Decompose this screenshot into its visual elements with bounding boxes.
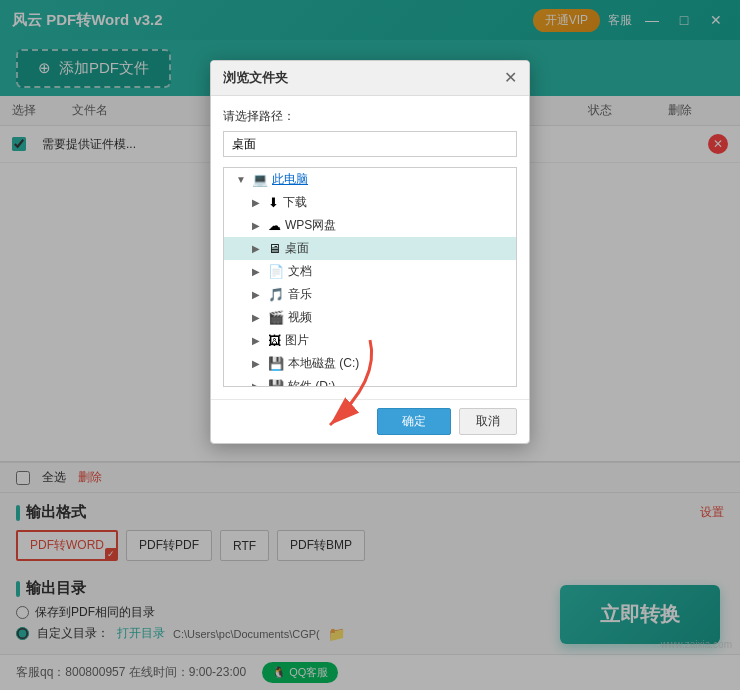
tree-expand-arrow: ▶ xyxy=(252,358,264,369)
tree-item[interactable]: ▶ 💾 本地磁盘 (C:) xyxy=(224,352,516,375)
dialog-path-label: 请选择路径： xyxy=(223,108,517,125)
tree-node-label: 下载 xyxy=(283,194,307,211)
tree-node-label: 图片 xyxy=(285,332,309,349)
dialog-footer: 确定 取消 xyxy=(211,399,529,443)
tree-expand-arrow: ▶ xyxy=(252,266,264,277)
tree-node-label: 文档 xyxy=(288,263,312,280)
tree-node-icon: 🖼 xyxy=(268,333,281,348)
tree-node-label: 本地磁盘 (C:) xyxy=(288,355,359,372)
tree-node-label: 视频 xyxy=(288,309,312,326)
tree-item[interactable]: ▼ 💻 此电脑 xyxy=(224,168,516,191)
tree-expand-arrow: ▼ xyxy=(236,174,248,185)
tree-item[interactable]: ▶ ☁ WPS网盘 xyxy=(224,214,516,237)
tree-item[interactable]: ▶ 🖼 图片 xyxy=(224,329,516,352)
tree-node-icon: 🎬 xyxy=(268,310,284,325)
tree-expand-arrow: ▶ xyxy=(252,312,264,323)
folder-tree[interactable]: ▼ 💻 此电脑 ▶ ⬇ 下载 ▶ ☁ WPS网盘 ▶ 🖥 桌面 ▶ 📄 文档 ▶ xyxy=(223,167,517,387)
tree-node-label: 桌面 xyxy=(285,240,309,257)
tree-item[interactable]: ▶ 💾 软件 (D:) xyxy=(224,375,516,387)
dialog-title: 浏览文件夹 xyxy=(223,69,504,87)
tree-node-label: 软件 (D:) xyxy=(288,378,335,387)
tree-node-icon: 💾 xyxy=(268,356,284,371)
tree-item[interactable]: ▶ ⬇ 下载 xyxy=(224,191,516,214)
tree-expand-arrow: ▶ xyxy=(252,243,264,254)
tree-expand-arrow: ▶ xyxy=(252,335,264,346)
tree-expand-arrow: ▶ xyxy=(252,197,264,208)
dialog-cancel-button[interactable]: 取消 xyxy=(459,408,517,435)
tree-item[interactable]: ▶ 🎬 视频 xyxy=(224,306,516,329)
tree-node-icon: ☁ xyxy=(268,218,281,233)
dialog-path-input[interactable]: 桌面 xyxy=(223,131,517,157)
tree-node-icon: 💻 xyxy=(252,172,268,187)
browse-folder-dialog: 浏览文件夹 ✕ 请选择路径： 桌面 ▼ 💻 此电脑 ▶ ⬇ 下载 ▶ xyxy=(210,60,530,444)
tree-item[interactable]: ▶ 🖥 桌面 xyxy=(224,237,516,260)
tree-node-icon: 📄 xyxy=(268,264,284,279)
tree-item[interactable]: ▶ 📄 文档 xyxy=(224,260,516,283)
dialog-titlebar: 浏览文件夹 ✕ xyxy=(211,61,529,96)
tree-node-label: 此电脑 xyxy=(272,171,308,188)
tree-expand-arrow: ▶ xyxy=(252,381,264,387)
tree-expand-arrow: ▶ xyxy=(252,220,264,231)
tree-node-icon: ⬇ xyxy=(268,195,279,210)
dialog-close-button[interactable]: ✕ xyxy=(504,70,517,86)
tree-node-icon: 💾 xyxy=(268,379,284,387)
tree-node-icon: 🎵 xyxy=(268,287,284,302)
dialog-overlay: 浏览文件夹 ✕ 请选择路径： 桌面 ▼ 💻 此电脑 ▶ ⬇ 下载 ▶ xyxy=(0,0,740,690)
tree-node-label: WPS网盘 xyxy=(285,217,336,234)
tree-item[interactable]: ▶ 🎵 音乐 xyxy=(224,283,516,306)
tree-node-icon: 🖥 xyxy=(268,241,281,256)
app-window: 风云 PDF转Word v3.2 开通VIP 客服 — □ ✕ ⊕ 添加PDF文… xyxy=(0,0,740,690)
tree-expand-arrow: ▶ xyxy=(252,289,264,300)
dialog-body: 请选择路径： 桌面 ▼ 💻 此电脑 ▶ ⬇ 下载 ▶ ☁ WPS网盘 ▶ 🖥 xyxy=(211,96,529,399)
dialog-ok-button[interactable]: 确定 xyxy=(377,408,451,435)
tree-node-label: 音乐 xyxy=(288,286,312,303)
